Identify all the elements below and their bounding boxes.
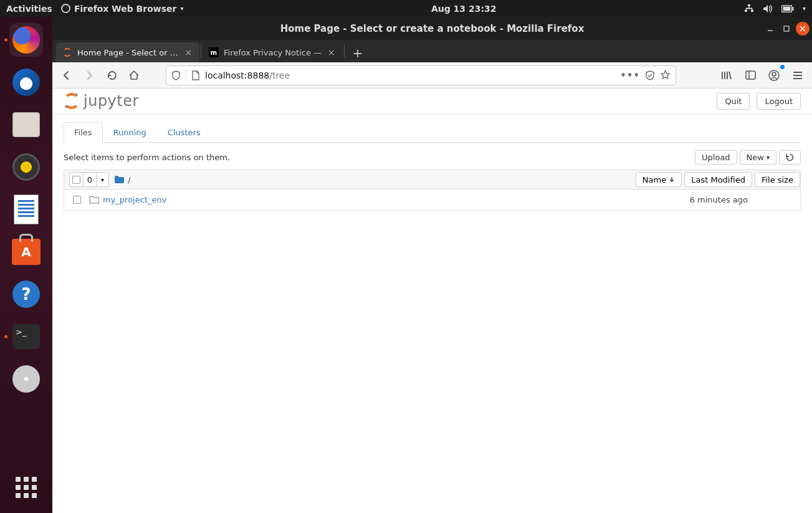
dock-disk[interactable]	[9, 362, 43, 396]
chevron-down-icon: ▾	[180, 5, 183, 12]
select-all-checkbox[interactable]	[72, 176, 80, 184]
caret-down-icon: ▾	[767, 154, 770, 161]
dock-software[interactable]	[9, 235, 43, 269]
disc-icon	[12, 365, 40, 393]
firefox-ring-icon	[61, 4, 70, 13]
battery-icon[interactable]	[781, 5, 794, 12]
shield-icon[interactable]	[171, 70, 181, 80]
action-hint: Select items to perform actions on them.	[64, 153, 230, 162]
page-actions-icon[interactable]: •••	[620, 70, 640, 81]
nav-reload-button[interactable]	[102, 66, 121, 85]
svg-rect-2	[751, 10, 753, 12]
system-menu-chevron-icon[interactable]: ▾	[803, 5, 806, 12]
tab-files[interactable]: Files	[64, 122, 103, 143]
window-maximize-button[interactable]	[780, 22, 793, 36]
svg-rect-0	[748, 4, 750, 6]
grid-icon	[16, 477, 37, 498]
window-close-button[interactable]	[796, 22, 810, 36]
svg-rect-4	[792, 7, 793, 11]
quit-button[interactable]: Quit	[717, 93, 750, 110]
tab-clusters[interactable]: Clusters	[157, 122, 211, 143]
logout-button[interactable]: Logout	[757, 93, 801, 110]
firefox-window: Home Page - Select or create a notebook …	[52, 17, 812, 500]
tab-jupyter-home[interactable]: Home Page - Select or cr… ×	[56, 42, 199, 62]
sidebar-icon[interactable]	[741, 66, 760, 85]
sort-modified[interactable]: Last Modified	[684, 172, 752, 187]
refresh-button[interactable]	[779, 150, 801, 165]
tab-running[interactable]: Running	[103, 122, 157, 143]
browser-toolbar: localhost:8888/tree •••	[52, 62, 812, 89]
dock-show-apps[interactable]	[9, 471, 43, 504]
firefox-icon	[12, 26, 40, 54]
nav-back-button[interactable]	[57, 66, 76, 85]
file-list-header: 0 ▾ / Name Last Modified File size	[64, 170, 801, 189]
folder-outline-icon	[89, 196, 103, 204]
activities-button[interactable]: Activities	[6, 4, 52, 14]
window-titlebar: Home Page - Select or create a notebook …	[52, 17, 812, 40]
dock-thunderbird[interactable]	[9, 65, 43, 99]
file-name-link[interactable]: my_project_env	[103, 195, 651, 204]
volume-icon[interactable]	[763, 4, 773, 13]
clock[interactable]: Aug 13 23:32	[431, 4, 497, 14]
terminal-icon: >_	[12, 324, 40, 349]
dock-help[interactable]: ?	[9, 277, 43, 311]
jupyter-logo-text: jupyter	[84, 92, 139, 110]
help-icon: ?	[12, 280, 40, 308]
svg-rect-1	[745, 10, 747, 12]
tab-firefox-privacy[interactable]: m Firefox Privacy Notice — ×	[203, 42, 343, 62]
tab-close-button[interactable]: ×	[183, 47, 193, 57]
svg-rect-7	[784, 26, 789, 31]
dock-files[interactable]	[9, 108, 43, 141]
document-icon	[14, 194, 39, 224]
sort-size[interactable]: File size	[755, 172, 800, 187]
tab-strip: Home Page - Select or cr… × m Firefox Pr…	[52, 40, 812, 62]
jupyter-header: jupyter Quit Logout	[52, 89, 812, 114]
page-info-icon[interactable]	[191, 70, 200, 80]
dock-terminal[interactable]: >_	[9, 320, 43, 353]
window-minimize-button[interactable]	[763, 22, 777, 36]
dock-firefox[interactable]	[9, 23, 43, 57]
file-row[interactable]: my_project_env 6 minutes ago	[64, 189, 801, 211]
selected-count: 0	[84, 175, 96, 185]
breadcrumb-root: /	[128, 175, 130, 185]
bookmark-star-icon[interactable]	[660, 70, 671, 80]
jupyter-favicon-icon	[62, 47, 72, 57]
new-button[interactable]: New▾	[740, 150, 776, 165]
select-dropdown[interactable]: ▾	[96, 173, 108, 186]
nav-forward-button[interactable]	[80, 66, 98, 85]
upload-button[interactable]: Upload	[695, 150, 737, 165]
thunderbird-icon	[12, 69, 40, 96]
folder-icon	[114, 175, 124, 184]
sort-name[interactable]: Name	[636, 172, 682, 187]
jupyter-logo[interactable]: jupyter	[64, 92, 139, 110]
svg-rect-5	[783, 6, 790, 11]
appmenu[interactable]: Firefox Web Browser ▾	[61, 4, 184, 14]
files-icon	[12, 112, 40, 137]
new-tab-button[interactable]: +	[348, 44, 367, 62]
library-icon[interactable]	[717, 66, 736, 85]
select-all-control[interactable]: 0 ▾	[69, 172, 109, 187]
dock-writer[interactable]	[9, 193, 43, 226]
mozilla-favicon-icon: m	[209, 47, 219, 57]
tab-title: Firefox Privacy Notice —	[224, 48, 322, 57]
url-text: localhost:8888/tree	[205, 70, 615, 80]
gnome-topbar: Activities Firefox Web Browser ▾ Aug 13 …	[0, 0, 812, 17]
account-icon[interactable]	[765, 66, 783, 85]
tab-separator	[201, 45, 201, 57]
window-title: Home Page - Select or create a notebook …	[280, 23, 585, 34]
jupyter-tabs: Files Running Clusters	[64, 122, 801, 143]
reader-shield-icon[interactable]	[645, 70, 655, 80]
url-bar[interactable]: localhost:8888/tree •••	[166, 65, 676, 85]
dock-rhythmbox[interactable]	[9, 150, 43, 184]
breadcrumb[interactable]: /	[114, 175, 130, 185]
shopping-bag-icon	[12, 239, 41, 265]
svg-rect-8	[746, 71, 755, 79]
tab-separator	[344, 45, 345, 57]
nav-home-button[interactable]	[125, 66, 143, 85]
network-icon[interactable]	[744, 4, 754, 13]
row-checkbox[interactable]	[73, 196, 81, 204]
tab-close-button[interactable]: ×	[327, 47, 337, 57]
hamburger-menu-icon[interactable]	[788, 66, 807, 85]
jupyter-page: jupyter Quit Logout Files Running Cluste…	[52, 89, 812, 500]
jupyter-logo-icon	[64, 93, 80, 109]
